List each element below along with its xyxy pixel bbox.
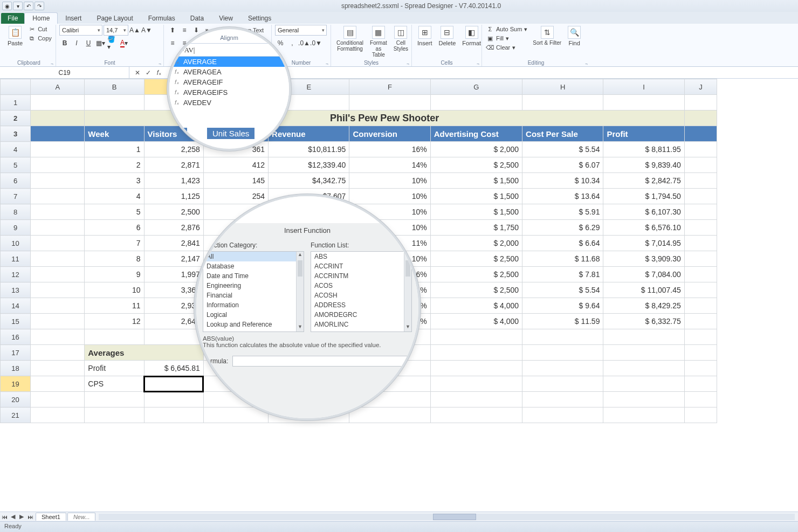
- active-cell[interactable]: [144, 376, 203, 392]
- formula-suggestions[interactable]: fₓAVERAGEfₓAVERAGEAfₓAVERAGEIFfₓAVERAGEI…: [169, 57, 289, 108]
- suggestion-item[interactable]: fₓAVERAGE: [169, 57, 289, 67]
- fill-color-button[interactable]: 🪣▾: [107, 38, 118, 49]
- format-cells-button[interactable]: ◧Format: [460, 25, 483, 47]
- cell[interactable]: $ 1,794.50: [603, 189, 684, 204]
- tab-home[interactable]: Home: [24, 12, 58, 24]
- cell[interactable]: $4,342.75: [269, 173, 349, 189]
- cell[interactable]: $ 9.64: [522, 298, 603, 314]
- clear-button[interactable]: ⌫Clear ▾: [485, 43, 528, 52]
- cell[interactable]: $ 1,500: [430, 204, 522, 220]
- cell[interactable]: 4: [85, 189, 144, 204]
- bold-button[interactable]: B: [59, 38, 70, 49]
- cell[interactable]: $ 5.91: [522, 204, 603, 220]
- cell[interactable]: 254: [203, 189, 268, 204]
- cell[interactable]: 6: [85, 220, 144, 236]
- cell[interactable]: 1,997: [144, 267, 203, 282]
- fill-button[interactable]: ▣Fill ▾: [485, 34, 528, 43]
- font-size-combo[interactable]: 14,7: [104, 25, 128, 36]
- paste-button[interactable]: 📋Paste: [5, 25, 25, 47]
- scrollbar[interactable]: ▲▼: [404, 252, 411, 331]
- profit-avg[interactable]: $ 6,645.81: [144, 361, 203, 376]
- cell[interactable]: $ 7.81: [522, 267, 603, 282]
- function-item[interactable]: ACCRINTM: [311, 271, 411, 281]
- cell[interactable]: $ 7,084.00: [603, 267, 684, 282]
- col-H[interactable]: H: [522, 79, 603, 95]
- dec-decimal-icon[interactable]: .0▼: [311, 38, 321, 49]
- col-A[interactable]: A: [31, 79, 85, 95]
- cut-button[interactable]: ✂Cut: [27, 25, 53, 33]
- cell[interactable]: 1,125: [144, 189, 203, 204]
- function-item[interactable]: ADDRESS: [311, 300, 411, 310]
- align-left-icon[interactable]: ≡: [167, 38, 178, 49]
- col-B[interactable]: B: [85, 79, 144, 95]
- cell[interactable]: $ 5.54: [522, 142, 603, 157]
- cell[interactable]: 2,871: [144, 157, 203, 173]
- find-button[interactable]: 🔍Find: [566, 25, 583, 47]
- category-item[interactable]: Database: [203, 261, 304, 271]
- sort-filter-button[interactable]: ⇅Sort & Filter: [531, 25, 563, 47]
- formula-field[interactable]: [232, 356, 412, 367]
- cell[interactable]: 5: [85, 204, 144, 220]
- cell[interactable]: $ 8,429.25: [603, 298, 684, 314]
- border-button[interactable]: ▦▾: [95, 38, 106, 49]
- cell[interactable]: $ 11.59: [522, 314, 603, 329]
- cell[interactable]: 1,423: [144, 173, 203, 189]
- category-item[interactable]: Logical: [203, 310, 304, 320]
- cell[interactable]: $12,339.40: [269, 157, 349, 173]
- cell[interactable]: 2,841: [144, 236, 203, 251]
- italic-button[interactable]: I: [71, 38, 82, 49]
- cell[interactable]: 8: [85, 251, 144, 267]
- name-box[interactable]: C19: [0, 67, 129, 78]
- function-item[interactable]: ABS: [311, 252, 411, 261]
- comma-icon[interactable]: ,: [287, 38, 298, 49]
- col-I[interactable]: I: [603, 79, 684, 95]
- category-item[interactable]: Information: [203, 300, 304, 310]
- next-sheet-icon[interactable]: ▶: [17, 513, 26, 520]
- cell[interactable]: 3: [85, 173, 144, 189]
- percent-icon[interactable]: %: [275, 38, 286, 49]
- select-all-corner[interactable]: [1, 79, 31, 95]
- font-name-combo[interactable]: Calibri: [59, 25, 102, 36]
- conditional-formatting-button[interactable]: ▤Conditional Formatting: [334, 25, 366, 53]
- cell[interactable]: 10%: [349, 189, 430, 204]
- qat-dropdown[interactable]: ▾: [13, 2, 23, 10]
- cell[interactable]: $ 2,500: [430, 251, 522, 267]
- underline-button[interactable]: U: [83, 38, 94, 49]
- h-scroll-thumb[interactable]: [433, 514, 476, 520]
- category-item[interactable]: Date and Time: [203, 271, 304, 281]
- cell[interactable]: $ 2,500: [430, 157, 522, 173]
- tab-insert[interactable]: Insert: [58, 13, 89, 24]
- app-icon[interactable]: ◉: [2, 2, 12, 10]
- cell[interactable]: 412: [203, 157, 268, 173]
- function-item[interactable]: AMORDEGRC: [311, 310, 411, 320]
- format-as-table-button[interactable]: ▦Format as Table: [368, 25, 389, 59]
- cell[interactable]: $ 6,576.10: [603, 220, 684, 236]
- fx-icon[interactable]: fₓ: [154, 69, 164, 77]
- autosum-button[interactable]: ΣAuto Sum ▾: [485, 25, 528, 33]
- cell[interactable]: $ 5.54: [522, 282, 603, 298]
- col-F[interactable]: F: [349, 79, 430, 95]
- h-scrollbar[interactable]: [99, 514, 795, 520]
- function-listbox[interactable]: ABSACCRINTACCRINTMACOSACOSHADDRESSAMORDE…: [311, 251, 412, 332]
- cell[interactable]: 9: [85, 267, 144, 282]
- cell[interactable]: $ 6,107.30: [603, 204, 684, 220]
- inc-decimal-icon[interactable]: .0▲: [299, 38, 309, 49]
- cell[interactable]: $ 4,000: [430, 298, 522, 314]
- cell[interactable]: $ 6,332.75: [603, 314, 684, 329]
- tab-formulas[interactable]: Formulas: [141, 13, 183, 24]
- cell[interactable]: $10,811.95: [269, 142, 349, 157]
- cell[interactable]: $ 9,839.40: [603, 157, 684, 173]
- suggestion-item[interactable]: fₓAVERAGEIFS: [169, 87, 289, 98]
- insert-cells-button[interactable]: ⊞Insert: [415, 25, 435, 47]
- redo-icon[interactable]: ↷: [35, 2, 44, 10]
- cell[interactable]: 10: [85, 282, 144, 298]
- function-item[interactable]: AMORLINC: [311, 320, 411, 329]
- cell[interactable]: $ 6.29: [522, 220, 603, 236]
- cell[interactable]: $ 2,842.75: [603, 173, 684, 189]
- tab-file[interactable]: File: [1, 13, 24, 24]
- function-item[interactable]: AND: [311, 329, 411, 332]
- accept-formula-icon[interactable]: ✓: [143, 69, 153, 77]
- cell[interactable]: 2,147: [144, 251, 203, 267]
- col-J[interactable]: J: [684, 79, 717, 95]
- cell[interactable]: $ 13.64: [522, 189, 603, 204]
